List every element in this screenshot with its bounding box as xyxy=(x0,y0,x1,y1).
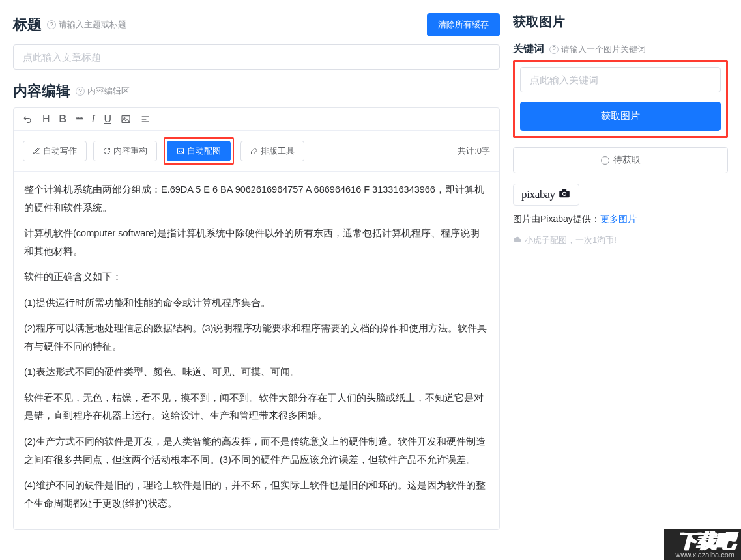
help-icon: ? xyxy=(549,45,559,54)
keyword-highlight-box: 获取图片 xyxy=(513,60,728,138)
main-editor-column: 标题 ? 请输入主题或标题 清除所有缓存 内容编辑 ? 内容编辑区 xyxy=(13,13,500,530)
content-paragraph: (2)生产方式不同的软件是开发，是人类智能的高发挥，而不是传统意义上的硬件制造。… xyxy=(24,433,489,469)
get-image-heading: 获取图片 xyxy=(513,13,728,31)
title-hint: ? 请输入主题或标题 xyxy=(47,19,126,31)
credit-prefix: 图片由Pixabay提供： xyxy=(513,214,600,224)
title-section-header: 标题 ? 请输入主题或标题 清除所有缓存 xyxy=(13,13,500,36)
pending-label: 待获取 xyxy=(613,154,641,166)
auto-write-label: 自动写作 xyxy=(43,145,77,157)
camera-icon xyxy=(558,189,571,201)
keyword-label: 关键词 xyxy=(513,42,544,56)
auto-image-label: 自动配图 xyxy=(187,145,221,157)
help-icon: ? xyxy=(76,87,85,96)
cloud-icon xyxy=(513,236,522,245)
clear-cache-button[interactable]: 清除所有缓存 xyxy=(427,13,500,36)
svg-rect-7 xyxy=(562,189,566,191)
bold-icon[interactable]: B xyxy=(59,113,67,125)
undo-icon[interactable] xyxy=(23,114,33,124)
auto-image-button[interactable]: 自动配图 xyxy=(167,141,231,161)
content-hint-text: 内容编辑区 xyxy=(87,85,130,97)
layout-tool-button[interactable]: 排版工具 xyxy=(240,141,304,161)
editor-content-area[interactable]: 整个计算机系统由两部分组成：E.69DA 5 E 6 BA 9062616964… xyxy=(14,172,499,529)
pixabay-logo-text: pixabay xyxy=(521,188,555,201)
image-credit: 图片由Pixabay提供：更多图片 xyxy=(513,214,728,225)
svg-point-9 xyxy=(563,193,566,195)
content-paragraph: 整个计算机系统由两部分组成：E.69DA 5 E 6 BA 9062616964… xyxy=(24,181,489,217)
content-paragraph: (2)程序可以满意地处理信息的数据结构。(3)说明程序功能要求和程序需要的文档的… xyxy=(24,320,489,356)
quote-icon[interactable]: ❝❝ xyxy=(76,115,82,124)
content-edit-heading: 内容编辑 xyxy=(13,81,70,101)
pixabay-badge: pixabay xyxy=(513,184,579,206)
content-rebuild-button[interactable]: 内容重构 xyxy=(93,141,157,161)
get-image-button[interactable]: 获取图片 xyxy=(520,102,721,131)
keyword-hint-text: 请输入一个图片关键词 xyxy=(561,44,646,55)
underline-icon[interactable]: U xyxy=(104,113,111,125)
content-paragraph: (4)维护不同的硬件是旧的，理论上软件是旧的，并不坏，但实际上软件也是旧的和坏的… xyxy=(24,477,489,512)
align-icon[interactable] xyxy=(140,114,151,124)
italic-icon[interactable]: I xyxy=(91,113,94,125)
content-paragraph: 计算机软件(computer software)是指计算机系统中除硬件以外的所有… xyxy=(24,225,489,260)
content-paragraph: 软件看不见，无色，枯燥，看不见，摸不到，闻不到。软件大部分存在于人们的头脑或纸上… xyxy=(24,389,489,425)
title-hint-text: 请输入主题或标题 xyxy=(59,19,126,31)
footer-note-text: 小虎子配图，一次1淘币! xyxy=(525,234,617,246)
pending-status-button[interactable]: 待获取 xyxy=(513,147,728,173)
editor-toolbar: H B ❝❝ I U xyxy=(14,108,499,131)
auto-write-button[interactable]: 自动写作 xyxy=(23,141,87,161)
word-count: 共计:0字 xyxy=(458,145,490,157)
content-paragraph: 软件的正确含义如下： xyxy=(24,268,489,287)
more-images-link[interactable]: 更多图片 xyxy=(600,214,637,224)
image-icon[interactable] xyxy=(121,114,131,124)
svg-rect-0 xyxy=(122,116,130,123)
image-fetch-panel: 获取图片 关键词 ? 请输入一个图片关键词 获取图片 待获取 pixabay xyxy=(513,13,728,530)
action-button-row: 自动写作 内容重构 自动配图 xyxy=(14,131,499,172)
content-paragraph: (1)提供运行时所需功能和性能的命令或计算机程序集合。 xyxy=(24,294,489,313)
layout-tool-label: 排版工具 xyxy=(261,145,295,157)
heading-icon[interactable]: H xyxy=(42,113,50,125)
spinner-icon xyxy=(601,156,609,165)
watermark-text: 下载吧 xyxy=(678,531,734,543)
footer-note: 小虎子配图，一次1淘币! xyxy=(513,234,728,246)
help-icon: ? xyxy=(47,20,56,29)
editor-box: H B ❝❝ I U xyxy=(13,107,500,530)
auto-image-highlight: 自动配图 xyxy=(164,137,234,165)
watermark: 下载吧 www.xiazaiba.com xyxy=(664,529,741,543)
content-rebuild-label: 内容重构 xyxy=(113,145,147,157)
content-paragraph: (1)表达形式不同的硬件类型、颜色、味道、可见、可摸、可闻。 xyxy=(24,363,489,382)
content-hint: ? 内容编辑区 xyxy=(76,85,130,97)
keyword-hint: ? 请输入一个图片关键词 xyxy=(549,44,646,55)
article-title-input[interactable] xyxy=(13,44,500,70)
title-heading: 标题 xyxy=(13,15,42,35)
keyword-input[interactable] xyxy=(520,67,721,92)
